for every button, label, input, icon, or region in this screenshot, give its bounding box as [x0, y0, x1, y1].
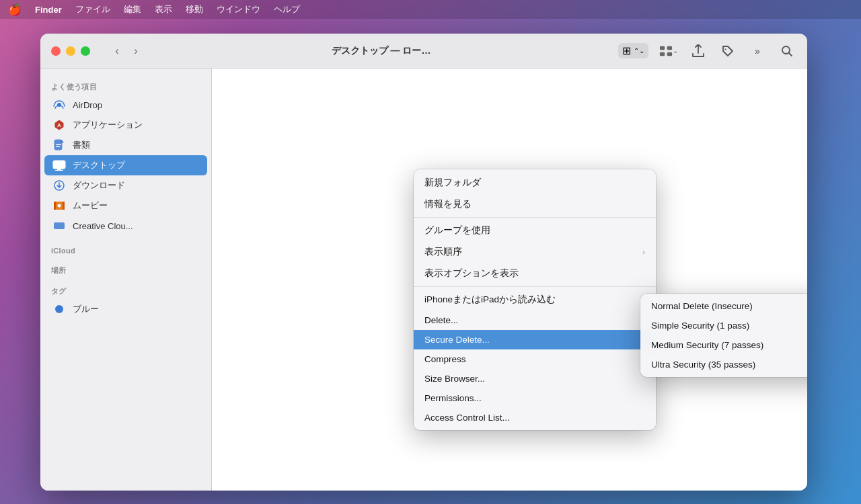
sort-order-arrow: ›: [642, 248, 645, 256]
share-button[interactable]: [689, 42, 708, 60]
svg-rect-3: [667, 52, 672, 55]
svg-text:A: A: [57, 122, 61, 128]
group-view-button[interactable]: ⌄: [659, 42, 678, 60]
downloads-icon: [52, 179, 66, 192]
secure-delete-submenu: Normal Delete (Insecure) Simple Security…: [640, 294, 807, 377]
menu-ultra-security[interactable]: Ultra Security (35 passes): [640, 355, 807, 374]
tag-blue-icon: [52, 302, 66, 316]
airdrop-icon: [52, 98, 66, 112]
svg-rect-2: [660, 52, 665, 55]
svg-point-4: [725, 48, 726, 50]
sidebar-label-airdrop: AirDrop: [73, 100, 102, 110]
menu-go[interactable]: 移動: [186, 3, 203, 15]
finder-main: 新規フォルダ 情報を見る グループを使用 表示順序 › 表示オプションを表示: [212, 69, 807, 491]
svg-rect-10: [56, 146, 60, 147]
finder-toolbar: ‹ › デスクトップ — ロー… ⊞ ⌃⌄ ⌄: [40, 34, 807, 69]
menu-view-options[interactable]: 表示オプションを表示: [414, 263, 656, 284]
svg-rect-17: [63, 202, 65, 210]
menu-get-info[interactable]: 情報を見る: [414, 194, 656, 215]
separator-1: [414, 217, 656, 218]
grid-view-icon: ⊞: [622, 44, 631, 57]
menu-sort-order[interactable]: 表示順序 ›: [414, 241, 656, 263]
sidebar-item-applications[interactable]: A アプリケーション: [44, 115, 207, 135]
svg-rect-9: [56, 144, 61, 145]
forward-button[interactable]: ›: [128, 43, 144, 59]
creative-cloud-icon: [52, 219, 66, 233]
sidebar-item-tag-blue[interactable]: ブルー: [44, 299, 207, 319]
sidebar-section-icloud: iCloud: [40, 241, 211, 257]
menu-window[interactable]: ウインドウ: [217, 3, 260, 15]
view-toggle[interactable]: ⊞ ⌃⌄: [618, 43, 648, 58]
finder-sidebar: よく使う項目 AirDrop A: [40, 69, 212, 491]
more-button[interactable]: »: [748, 42, 767, 60]
sidebar-section-tags: タグ: [40, 281, 211, 299]
menu-secure-delete[interactable]: Secure Delete... ›: [414, 330, 656, 349]
menu-use-group[interactable]: グループを使用: [414, 220, 656, 241]
menu-help[interactable]: ヘルプ: [274, 3, 300, 15]
sidebar-item-movies[interactable]: ムービー: [44, 196, 207, 216]
sidebar-label-movies: ムービー: [73, 200, 108, 212]
menu-view[interactable]: 表示: [155, 3, 172, 15]
nav-arrows: ‹ ›: [109, 43, 144, 59]
svg-rect-16: [54, 202, 56, 210]
menubar: 🍎 Finder ファイル 編集 表示 移動 ウインドウ ヘルプ: [0, 0, 861, 19]
svg-rect-11: [53, 161, 65, 169]
sidebar-section-favorites: よく使う項目: [40, 77, 211, 95]
menu-permissions[interactable]: Permissions...: [414, 388, 656, 408]
finder-window: ‹ › デスクトップ — ロー… ⊞ ⌃⌄ ⌄: [40, 34, 807, 491]
sidebar-item-downloads[interactable]: ダウンロード: [44, 175, 207, 196]
sidebar-section-location: 場所: [40, 260, 211, 278]
sidebar-item-airdrop[interactable]: AirDrop: [44, 95, 207, 115]
desktop-icon: [52, 159, 66, 172]
search-button[interactable]: [778, 42, 796, 60]
svg-rect-0: [660, 46, 665, 49]
menu-acl[interactable]: Access Control List...: [414, 408, 656, 427]
menu-size-browser[interactable]: Size Browser...: [414, 369, 656, 388]
sidebar-label-desktop: デスクトップ: [73, 159, 125, 171]
sidebar-label-applications: アプリケーション: [73, 119, 143, 131]
menu-new-folder[interactable]: 新規フォルダ: [414, 172, 656, 194]
sidebar-item-documents[interactable]: 書類: [44, 135, 207, 155]
svg-point-6: [57, 103, 61, 107]
svg-point-5: [782, 46, 790, 54]
apple-menu[interactable]: 🍎: [8, 3, 22, 16]
breadcrumb: デスクトップ — ロー…: [152, 45, 610, 57]
chevron-up-down-icon: ⌃⌄: [634, 47, 644, 54]
svg-rect-13: [55, 170, 63, 171]
menu-compress[interactable]: Compress ›: [414, 349, 656, 369]
minimize-button[interactable]: [66, 46, 75, 56]
context-menu: 新規フォルダ 情報を見る グループを使用 表示順序 › 表示オプションを表示: [414, 169, 656, 430]
documents-icon: [52, 138, 66, 152]
svg-point-18: [58, 204, 61, 208]
sidebar-label-documents: 書類: [73, 139, 90, 151]
toolbar-icons: ⊞ ⌃⌄ ⌄: [618, 42, 796, 60]
menu-file[interactable]: ファイル: [75, 3, 110, 15]
separator-2: [414, 286, 656, 287]
sidebar-label-creative-cloud: Creative Clou...: [73, 221, 133, 231]
sidebar-item-creative-cloud[interactable]: Creative Clou...: [44, 216, 207, 236]
movies-icon: [52, 199, 66, 212]
menu-simple-security[interactable]: Simple Security (1 pass): [640, 316, 807, 335]
back-button[interactable]: ‹: [109, 43, 125, 59]
menu-finder[interactable]: Finder: [35, 5, 62, 15]
menu-delete[interactable]: Delete...: [414, 310, 656, 330]
menu-medium-security[interactable]: Medium Security (7 passes): [640, 335, 807, 355]
svg-rect-12: [57, 169, 61, 170]
sidebar-label-tag-blue: ブルー: [73, 303, 99, 315]
applications-icon: A: [52, 118, 66, 132]
traffic-lights: [51, 46, 90, 56]
menu-edit[interactable]: 編集: [124, 3, 141, 15]
svg-rect-19: [54, 222, 65, 229]
close-button[interactable]: [51, 46, 61, 56]
menu-import-iphone[interactable]: iPhoneまたはiPadから読み込む ›: [414, 289, 656, 310]
maximize-button[interactable]: [81, 46, 90, 56]
sidebar-item-desktop[interactable]: デスクトップ: [44, 155, 207, 175]
finder-content: よく使う項目 AirDrop A: [40, 69, 807, 491]
menu-normal-delete[interactable]: Normal Delete (Insecure): [640, 296, 807, 316]
tag-button[interactable]: [718, 42, 737, 60]
svg-rect-1: [667, 46, 672, 49]
sidebar-label-downloads: ダウンロード: [73, 179, 125, 192]
